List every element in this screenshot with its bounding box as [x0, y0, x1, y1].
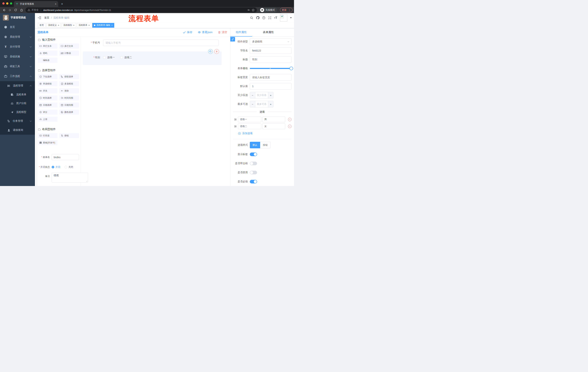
default-value-input[interactable]	[250, 83, 292, 90]
palette-item-single-text[interactable]: 单行文本	[38, 43, 57, 49]
avatar-caret-icon[interactable]	[290, 17, 292, 18]
palette-item-rate[interactable]: 评分	[38, 110, 57, 115]
back-icon[interactable]	[1, 8, 7, 12]
tab-component-props[interactable]: 组件属性	[230, 28, 252, 36]
sidebar-item-system[interactable]: 系统管理	[0, 32, 35, 42]
new-tab-button[interactable]: +	[60, 2, 64, 6]
tab-close-icon[interactable]: ×	[55, 2, 56, 5]
avatar[interactable]	[280, 14, 287, 21]
plus-button[interactable]: +	[268, 92, 273, 98]
drag-handle-icon[interactable]	[234, 125, 237, 128]
plus-button[interactable]: +	[268, 101, 273, 107]
phone-field[interactable]: 手机号	[83, 40, 219, 46]
sidebar-item-infrastructure[interactable]: 基础设施	[0, 52, 35, 62]
slider-handle[interactable]	[289, 67, 293, 70]
form-canvas[interactable]: 手机号 性别	[81, 37, 230, 186]
sidebar-item-workflow[interactable]: 工作流程	[0, 71, 35, 81]
sidebar-item-devtools[interactable]: 研发工具	[0, 62, 35, 71]
forward-icon[interactable]	[7, 8, 12, 12]
palette-item-checkbox-group[interactable]: 多选框组	[59, 81, 79, 86]
palette-item-table[interactable]: 表格[开发中]	[38, 140, 57, 145]
status-radio-on[interactable]: 开启	[52, 165, 60, 169]
tag-process-form-edit[interactable]: 流程表单-编辑×	[92, 23, 114, 28]
view-json-button[interactable]: 查看json	[198, 31, 212, 34]
tag-home[interactable]: 首页	[38, 23, 45, 28]
tag-process-definition[interactable]: 流程定义×	[46, 23, 61, 28]
search-icon[interactable]	[250, 16, 253, 20]
sidebar-item-user-group[interactable]: 用户分组	[0, 99, 35, 108]
font-size-icon[interactable]: TT	[274, 16, 277, 20]
option1-label-input[interactable]	[238, 117, 261, 122]
palette-scrollbar[interactable]	[37, 91, 37, 186]
remove-option-button[interactable]: −	[288, 118, 292, 121]
password-key-icon[interactable]	[247, 9, 250, 11]
selected-component-gender[interactable]: 性别 选项一 选项二	[83, 52, 221, 65]
option1-value-input[interactable]	[262, 117, 285, 122]
component-type-select[interactable]: 多选框组	[250, 38, 292, 45]
close-window-button[interactable]	[2, 2, 5, 5]
max-select-stepper[interactable]: − 最多可选 +	[250, 101, 273, 107]
phone-input[interactable]	[103, 40, 219, 46]
tag-process-model[interactable]: 流程模型×	[62, 23, 76, 28]
browser-tab[interactable]: 芋道管理系统 ×	[14, 1, 58, 7]
option2-label-input[interactable]	[238, 123, 261, 129]
sidebar-item-process-management[interactable]: 流程管理	[0, 81, 35, 90]
tag-close-icon[interactable]: ×	[111, 24, 113, 26]
palette-item-password[interactable]: 密码	[38, 51, 57, 56]
disabled-switch[interactable]	[250, 171, 257, 174]
github-icon[interactable]	[256, 16, 259, 20]
delete-component-button[interactable]	[214, 49, 219, 54]
palette-item-upload[interactable]: 上传	[38, 117, 57, 122]
save-button[interactable]: 保存	[183, 31, 192, 34]
link-tab-button[interactable]	[230, 37, 235, 42]
add-option-button[interactable]: 添加选项	[238, 131, 294, 135]
sidebar-item-process-model[interactable]: 流程模型	[0, 108, 35, 117]
security-label[interactable]: 不安全	[32, 8, 39, 12]
tag-close-icon[interactable]: ×	[88, 24, 90, 26]
maximize-window-button[interactable]	[10, 2, 12, 5]
reload-icon[interactable]	[13, 8, 18, 12]
copy-component-button[interactable]	[208, 49, 213, 54]
palette-item-radio-group[interactable]: 单选框组	[38, 81, 57, 86]
bookmark-star-icon[interactable]	[252, 9, 255, 12]
fullscreen-icon[interactable]	[268, 16, 272, 20]
palette-item-time-range[interactable]: 时间范围	[59, 95, 79, 100]
palette-item-date-picker[interactable]: 日期选择	[38, 102, 57, 107]
show-label-switch[interactable]	[250, 152, 257, 156]
drag-handle-icon[interactable]	[234, 118, 237, 121]
tag-close-icon[interactable]: ×	[73, 24, 74, 26]
tag-process-form[interactable]: 流程表单×	[77, 23, 91, 28]
clear-button[interactable]: 清空	[218, 31, 227, 34]
sidebar-item-task-management[interactable]: 任务管理	[0, 117, 35, 126]
help-icon[interactable]	[262, 16, 265, 20]
minimize-window-button[interactable]	[6, 2, 8, 5]
palette-item-counter[interactable]: 123 计数器	[59, 51, 79, 56]
option-style-default-button[interactable]: 默认	[250, 142, 260, 148]
field-name-input[interactable]	[250, 47, 292, 54]
hamburger-icon[interactable]	[38, 16, 41, 19]
gender-option2-checkbox[interactable]: 选项二	[120, 56, 132, 59]
browser-menu-icon[interactable]: ⋮	[288, 8, 291, 12]
palette-item-multi-text[interactable]: 多行文本	[59, 43, 79, 49]
option2-value-input[interactable]	[262, 123, 285, 129]
required-switch[interactable]	[250, 180, 257, 183]
label-width-input[interactable]	[250, 74, 292, 81]
form-name-input[interactable]	[52, 154, 79, 160]
breadcrumb-home[interactable]: 首页	[44, 16, 49, 20]
tag-close-icon[interactable]: ×	[58, 24, 59, 26]
palette-item-switch[interactable]: 开关	[38, 88, 57, 93]
window-controls[interactable]	[2, 2, 12, 5]
palette-item-editor[interactable]: 编辑器	[38, 58, 57, 63]
border-switch[interactable]	[250, 162, 257, 165]
remark-textarea[interactable]: 嘿嘿	[52, 173, 88, 182]
title-input[interactable]	[250, 56, 292, 63]
palette-item-slider[interactable]: 滑块	[59, 88, 79, 93]
minus-button[interactable]: −	[250, 101, 255, 107]
address-bar[interactable]: 不安全 | dashboard.yudao.iocoder.cn/bpm/man…	[25, 8, 257, 12]
min-select-stepper[interactable]: − 至少应选 +	[250, 92, 273, 98]
palette-item-time-picker[interactable]: 时间选择	[38, 95, 57, 100]
palette-item-cascader[interactable]: 级联选择	[59, 74, 79, 79]
palette-item-select[interactable]: 下拉选择	[38, 74, 57, 79]
browser-update-button[interactable]: 更新 ⋮	[280, 8, 293, 12]
option-style-button-button[interactable]: 按钮	[260, 142, 271, 148]
